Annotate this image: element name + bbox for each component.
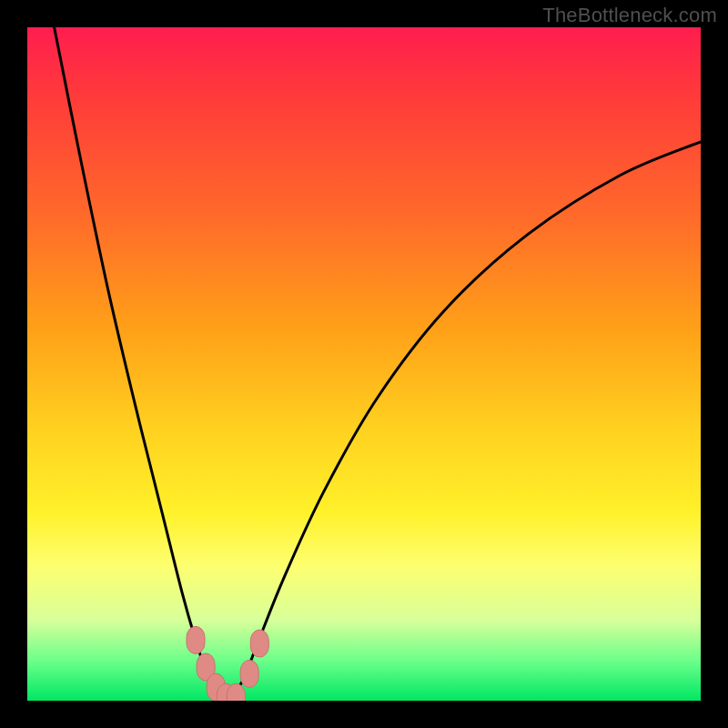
- bottleneck-curve: [55, 27, 701, 700]
- curve-marker: [240, 660, 258, 687]
- curve-marker: [187, 626, 205, 653]
- watermark-text: TheBottleneck.com: [542, 4, 717, 27]
- outer-frame: TheBottleneck.com: [0, 0, 728, 728]
- marker-layer: [187, 626, 268, 701]
- curve-layer: [55, 27, 701, 700]
- chart-svg: [27, 27, 701, 701]
- curve-marker: [250, 630, 268, 657]
- curve-marker: [227, 683, 245, 701]
- chart-area: [27, 27, 701, 701]
